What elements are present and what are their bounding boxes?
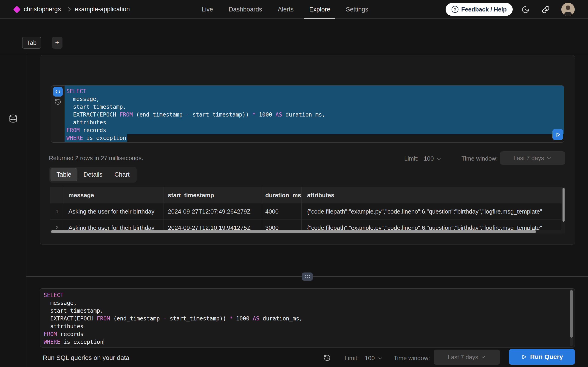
cell-message: Asking the user for their birthday bbox=[64, 203, 164, 219]
table-hscrollbar[interactable] bbox=[51, 230, 536, 233]
editor-cursor bbox=[104, 339, 104, 345]
sql-snippet-block: SELECT message, start_timestamp, EXTRACT… bbox=[51, 85, 564, 143]
limit-chevron-icon[interactable] bbox=[436, 156, 442, 162]
theme-toggle-moon-icon[interactable] bbox=[521, 5, 530, 14]
feedback-help-button[interactable]: ? Feedback / Help bbox=[446, 3, 513, 16]
history-icon bbox=[323, 354, 331, 361]
bottom-time-window-chevron-icon bbox=[481, 354, 486, 360]
breadcrumb-project[interactable]: example-application bbox=[75, 0, 130, 19]
tab-button[interactable]: Tab bbox=[22, 37, 41, 49]
run-play-icon bbox=[521, 354, 527, 360]
snippet-history-icon[interactable] bbox=[54, 98, 61, 106]
bottom-limit-value[interactable]: 100 bbox=[365, 355, 375, 362]
bottom-limit-chevron-icon[interactable] bbox=[377, 356, 383, 361]
time-window-chevron-icon bbox=[546, 155, 552, 161]
table-header-message[interactable]: message bbox=[64, 187, 164, 203]
table-vscrollbar[interactable] bbox=[562, 188, 565, 222]
time-window-select[interactable]: Last 7 days bbox=[500, 151, 565, 165]
view-tab-details[interactable]: Details bbox=[78, 168, 108, 181]
database-icon[interactable] bbox=[9, 114, 17, 124]
query-history-button[interactable] bbox=[322, 353, 332, 362]
view-tab-table[interactable]: Table bbox=[51, 168, 78, 181]
content-divider bbox=[0, 54, 588, 54]
limit-value[interactable]: 100 bbox=[424, 155, 434, 162]
feedback-help-label: Feedback / Help bbox=[461, 6, 507, 13]
nav-item-settings[interactable]: Settings bbox=[341, 0, 373, 19]
code-view-button[interactable] bbox=[53, 87, 63, 97]
logfire-logo-diamond-icon[interactable] bbox=[13, 6, 21, 13]
left-rail bbox=[0, 54, 26, 367]
row-number: 1 bbox=[50, 203, 64, 219]
snippet-toolbar bbox=[51, 85, 65, 142]
sql-editor[interactable]: SELECT message, start_timestamp, EXTRACT… bbox=[40, 288, 575, 348]
bottom-time-window-select[interactable]: Last 7 days bbox=[434, 350, 500, 365]
cell-duration_ms: 4000 bbox=[261, 203, 302, 219]
editor-scrollbar-thumb[interactable] bbox=[570, 290, 573, 338]
bottom-limit-label: Limit: bbox=[345, 355, 359, 362]
result-view-tabs: TableDetailsChart bbox=[49, 167, 137, 183]
view-tab-chart[interactable]: Chart bbox=[109, 168, 135, 181]
code-icon bbox=[55, 89, 61, 95]
run-query-button[interactable]: Run Query bbox=[509, 349, 575, 365]
question-circle-icon: ? bbox=[451, 6, 458, 13]
results-table: messagestart_timestampduration_msattribu… bbox=[50, 187, 565, 234]
table-header-attributes[interactable]: attributes bbox=[302, 187, 562, 203]
topbar: christophergs example-application LiveDa… bbox=[0, 0, 588, 19]
table-header-row: messagestart_timestampduration_msattribu… bbox=[50, 187, 562, 203]
sql-selected-text[interactable]: SELECT message, start_timestamp, EXTRACT… bbox=[65, 85, 564, 142]
table-header-duration_ms[interactable]: duration_ms bbox=[261, 187, 302, 203]
nav-item-explore[interactable]: Explore bbox=[304, 0, 335, 19]
add-tab-button[interactable]: + bbox=[52, 37, 62, 49]
cell-start_timestamp: 2024-09-27T12:07:49.264279Z bbox=[164, 203, 261, 219]
table-corner-cell bbox=[50, 187, 64, 203]
share-link-icon[interactable] bbox=[541, 5, 550, 14]
result-status: Returned 2 rows in 27 milliseconds. bbox=[49, 155, 143, 162]
time-window-value: Last 7 days bbox=[514, 155, 544, 162]
breadcrumb-chevron-icon bbox=[66, 6, 73, 12]
play-icon bbox=[555, 132, 561, 137]
bottom-time-window-value: Last 7 days bbox=[448, 354, 478, 361]
nav-item-dashboards[interactable]: Dashboards bbox=[224, 0, 267, 19]
main-nav: LiveDashboardsAlertsExploreSettings bbox=[197, 0, 379, 19]
editor-hint: Run SQL queries on your data bbox=[43, 354, 129, 361]
table-header-start_timestamp[interactable]: start_timestamp bbox=[164, 187, 261, 203]
time-window-label: Time window: bbox=[461, 155, 498, 162]
limit-label: Limit: bbox=[404, 155, 418, 162]
table-row[interactable]: 1Asking the user for their birthday2024-… bbox=[50, 203, 562, 220]
bottom-time-window-label: Time window: bbox=[394, 355, 430, 362]
breadcrumb-org[interactable]: christophergs bbox=[24, 0, 61, 19]
cell-attributes: {"code.filepath":"example.py","code.line… bbox=[302, 203, 562, 219]
nav-item-alerts[interactable]: Alerts bbox=[273, 0, 299, 19]
user-avatar[interactable] bbox=[561, 3, 575, 16]
nav-item-live[interactable]: Live bbox=[197, 0, 218, 19]
run-query-label: Run Query bbox=[530, 353, 563, 361]
resize-handle[interactable] bbox=[302, 273, 313, 281]
run-snippet-button[interactable] bbox=[552, 129, 563, 140]
